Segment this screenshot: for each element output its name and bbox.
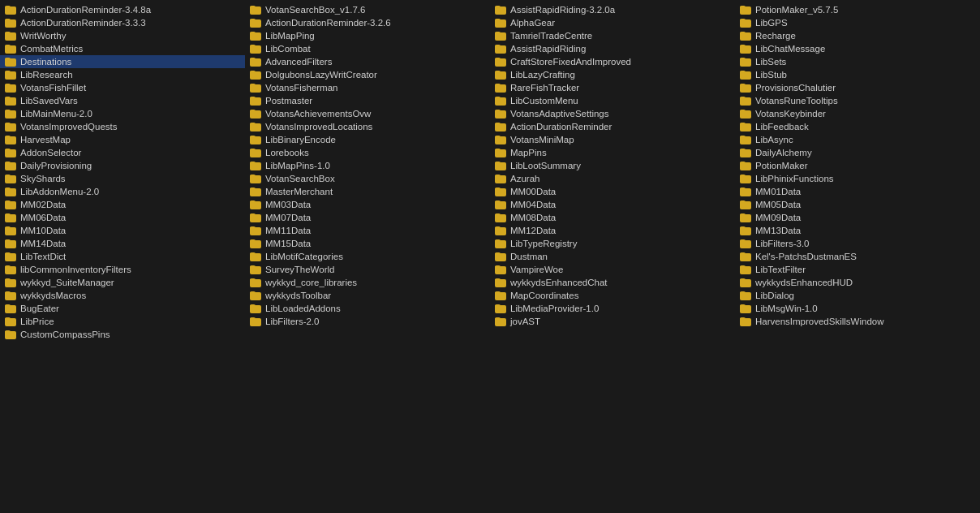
list-item[interactable]: wykkydsМacros xyxy=(0,289,245,302)
list-item[interactable]: PotionMaker_v5.7.5 xyxy=(735,3,980,16)
list-item[interactable]: jovAST xyxy=(490,315,735,328)
list-item[interactable]: CraftStoreFixedAndImproved xyxy=(490,55,735,68)
list-item[interactable]: LibMediaProvider-1.0 xyxy=(490,302,735,315)
list-item[interactable]: wykkyd_core_libraries xyxy=(245,276,490,289)
list-item[interactable]: Azurah xyxy=(490,172,735,185)
list-item[interactable]: Lorebooks xyxy=(245,146,490,159)
list-item[interactable]: SurveyTheWorld xyxy=(245,263,490,276)
list-item[interactable]: BugEater xyxy=(0,302,245,315)
list-item[interactable]: Destinations xyxy=(0,55,245,68)
list-item[interactable]: LibBinaryEncode xyxy=(245,133,490,146)
list-item[interactable]: LibPrice xyxy=(0,315,245,328)
list-item[interactable]: MM11Data xyxy=(245,224,490,237)
list-item[interactable]: MM09Data xyxy=(735,211,980,224)
list-item[interactable]: MM10Data xyxy=(0,224,245,237)
list-item[interactable]: wykkydsEnhancedChat xyxy=(490,276,735,289)
list-item[interactable]: VotansFisherman xyxy=(245,81,490,94)
list-item[interactable]: LibSets xyxy=(735,55,980,68)
list-item[interactable]: MapPins xyxy=(490,146,735,159)
list-item[interactable]: LibPhinixFunctions xyxy=(735,172,980,185)
list-item[interactable]: DolgubonsLazyWritCreator xyxy=(245,68,490,81)
list-item[interactable]: LibFilters-2.0 xyxy=(245,315,490,328)
list-item[interactable]: LibTypeRegistry xyxy=(490,237,735,250)
list-item[interactable]: MM00Data xyxy=(490,185,735,198)
list-item[interactable]: HarvestMap xyxy=(0,133,245,146)
list-item[interactable]: ActionDurationReminder-3.3.3 xyxy=(0,16,245,29)
list-item[interactable]: LibCombat xyxy=(245,42,490,55)
list-item[interactable]: MM02Data xyxy=(0,198,245,211)
list-item[interactable]: LibLootSummary xyxy=(490,159,735,172)
list-item[interactable]: CustomCompassPins xyxy=(0,328,245,341)
list-item[interactable]: LibFilters-3.0 xyxy=(735,237,980,250)
list-item[interactable]: MasterMerchant xyxy=(245,185,490,198)
list-item[interactable]: VotansMiniMap xyxy=(490,133,735,146)
list-item[interactable]: Postmaster xyxy=(245,94,490,107)
list-item[interactable]: AdvancedFilters xyxy=(245,55,490,68)
list-item[interactable]: LibLazyCrafting xyxy=(490,68,735,81)
list-item[interactable]: LibAsync xyxy=(735,133,980,146)
list-item[interactable]: ProvisionsChalutier xyxy=(735,81,980,94)
list-item[interactable]: LibStub xyxy=(735,68,980,81)
list-item[interactable]: SkyShards xyxy=(0,172,245,185)
list-item[interactable]: RareFishTracker xyxy=(490,81,735,94)
list-item[interactable]: Kel's-PatchsDustmanES xyxy=(735,250,980,263)
list-item[interactable]: DailyProvisioning xyxy=(0,159,245,172)
list-item[interactable]: LibMainMenu-2.0 xyxy=(0,107,245,120)
list-item[interactable]: VampireWoe xyxy=(490,263,735,276)
list-item[interactable]: LibMotifCategories xyxy=(245,250,490,263)
list-item[interactable]: LibSavedVars xyxy=(0,94,245,107)
list-item[interactable]: LibMapPins-1.0 xyxy=(245,159,490,172)
list-item[interactable]: ActionDurationReminder-3.4.8a xyxy=(0,3,245,16)
list-item[interactable]: MM05Data xyxy=(735,198,980,211)
list-item[interactable]: MM07Data xyxy=(245,211,490,224)
list-item[interactable]: wykkydsEnhancedHUD xyxy=(735,276,980,289)
list-item[interactable]: VotanSearchBox_v1.7.6 xyxy=(245,3,490,16)
list-item[interactable]: LibLoadedAddons xyxy=(245,302,490,315)
list-item[interactable]: LibTextFilter xyxy=(735,263,980,276)
list-item[interactable]: MM04Data xyxy=(490,198,735,211)
list-item[interactable]: MM08Data xyxy=(490,211,735,224)
list-item[interactable]: MM06Data xyxy=(0,211,245,224)
list-item[interactable]: LibChatMessage xyxy=(735,42,980,55)
list-item[interactable]: VotansRuneTooltips xyxy=(735,94,980,107)
list-item[interactable]: AddonSelector xyxy=(0,146,245,159)
list-item[interactable]: MM03Data xyxy=(245,198,490,211)
list-item[interactable]: LibMsgWin-1.0 xyxy=(735,302,980,315)
list-item[interactable]: AssistRapidRiding-3.2.0a xyxy=(490,3,735,16)
list-item[interactable]: VotansImprovedLocations xyxy=(245,120,490,133)
list-item[interactable]: PotionMaker xyxy=(735,159,980,172)
list-item[interactable]: LibMapPing xyxy=(245,29,490,42)
list-item[interactable]: LibResearch xyxy=(0,68,245,81)
list-item[interactable]: MapCoordinates xyxy=(490,289,735,302)
list-item[interactable]: VotansKeybinder xyxy=(735,107,980,120)
list-item[interactable]: Dustman xyxy=(490,250,735,263)
list-item[interactable]: MM01Data xyxy=(735,185,980,198)
list-item[interactable]: LibTextDict xyxy=(0,250,245,263)
list-item[interactable]: ActionDurationReminder xyxy=(490,120,735,133)
list-item[interactable]: DailyAlchemy xyxy=(735,146,980,159)
list-item[interactable]: LibAddonMenu-2.0 xyxy=(0,185,245,198)
list-item[interactable]: wykkyd_SuiteManager xyxy=(0,276,245,289)
list-item[interactable]: wykkydsToolbar xyxy=(245,289,490,302)
list-item[interactable]: AlphaGear xyxy=(490,16,735,29)
list-item[interactable]: LibCustomMenu xyxy=(490,94,735,107)
list-item[interactable]: VotansImprovedQuests xyxy=(0,120,245,133)
list-item[interactable]: VotansAchievementsOvw xyxy=(245,107,490,120)
list-item[interactable]: MM12Data xyxy=(490,224,735,237)
list-item[interactable]: LibFeedback xyxy=(735,120,980,133)
list-item[interactable]: TamrielTradeCentre xyxy=(490,29,735,42)
list-item[interactable]: WritWorthy xyxy=(0,29,245,42)
list-item[interactable]: CombatMetrics xyxy=(0,42,245,55)
list-item[interactable]: MM14Data xyxy=(0,237,245,250)
list-item[interactable]: LibDialog xyxy=(735,289,980,302)
list-item[interactable]: VotanSearchBox xyxy=(245,172,490,185)
list-item[interactable]: MM15Data xyxy=(245,237,490,250)
list-item[interactable]: HarvensImprovedSkillsWindow xyxy=(735,315,980,328)
list-item[interactable]: VotansAdaptiveSettings xyxy=(490,107,735,120)
list-item[interactable]: VotansFishFillet xyxy=(0,81,245,94)
list-item[interactable]: MM13Data xyxy=(735,224,980,237)
list-item[interactable]: libCommonInventoryFilters xyxy=(0,263,245,276)
list-item[interactable]: Recharge xyxy=(735,29,980,42)
list-item[interactable]: AssistRapidRiding xyxy=(490,42,735,55)
list-item[interactable]: LibGPS xyxy=(735,16,980,29)
